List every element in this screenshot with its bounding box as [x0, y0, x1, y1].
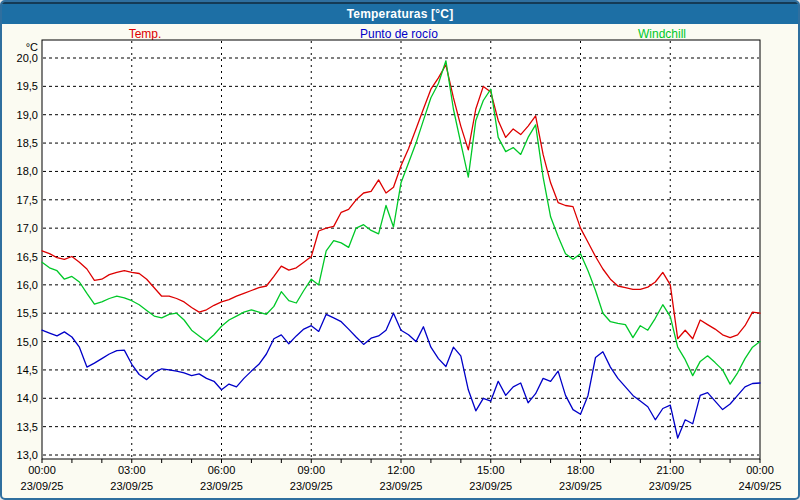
y-tick-label: 15,5 [17, 307, 38, 319]
x-tick-date-label: 23/09/25 [380, 480, 423, 492]
x-tick-time-label: 00:00 [28, 464, 56, 476]
x-tick-date-label: 23/09/25 [469, 480, 512, 492]
x-tick-time-label: 12:00 [387, 464, 415, 476]
y-tick-label: 17,5 [17, 194, 38, 206]
temp-line [42, 65, 760, 339]
y-tick-label: 13,0 [17, 449, 38, 461]
x-tick-date-label: 24/09/25 [739, 480, 782, 492]
chart-plot: 20,019,519,018,518,017,517,016,516,015,5… [2, 2, 798, 498]
windchill-line [42, 61, 760, 384]
y-tick-label: 19,0 [17, 109, 38, 121]
y-tick-label: 14,5 [17, 364, 38, 376]
app-window: Temperaturas [°C] Temp. Punto de rocío W… [0, 0, 800, 500]
y-tick-label: 17,0 [17, 222, 38, 234]
window-title: Temperaturas [°C] [347, 7, 454, 21]
x-tick-time-label: 15:00 [477, 464, 505, 476]
y-tick-label: 18,0 [17, 165, 38, 177]
x-tick-time-label: 03:00 [118, 464, 146, 476]
x-tick-date-label: 23/09/25 [649, 480, 692, 492]
y-axis-unit-label: °C [26, 41, 38, 53]
y-tick-label: 16,0 [17, 279, 38, 291]
legend-dew-point: Punto de rocío [360, 27, 438, 41]
y-tick-label: 20,0 [17, 52, 38, 64]
legend-windchill: Windchill [638, 27, 686, 41]
x-tick-time-label: 06:00 [208, 464, 236, 476]
titlebar: Temperaturas [°C] [2, 2, 798, 24]
x-tick-date-label: 23/09/25 [21, 480, 64, 492]
x-tick-date-label: 23/09/25 [200, 480, 243, 492]
x-tick-date-label: 23/09/25 [110, 480, 153, 492]
dew-point-line [42, 313, 760, 438]
y-tick-label: 18,5 [17, 137, 38, 149]
y-tick-label: 16,5 [17, 251, 38, 263]
plot-background [42, 40, 760, 459]
plot-border [42, 40, 760, 459]
x-tick-time-label: 00:00 [746, 464, 774, 476]
legend-temp: Temp. [129, 27, 162, 41]
x-tick-time-label: 18:00 [567, 464, 595, 476]
y-tick-label: 13,5 [17, 421, 38, 433]
y-tick-label: 19,5 [17, 80, 38, 92]
y-tick-label: 15,0 [17, 336, 38, 348]
x-tick-time-label: 09:00 [297, 464, 325, 476]
x-tick-time-label: 21:00 [656, 464, 684, 476]
y-tick-label: 14,0 [17, 392, 38, 404]
x-tick-date-label: 23/09/25 [559, 480, 602, 492]
x-tick-date-label: 23/09/25 [290, 480, 333, 492]
